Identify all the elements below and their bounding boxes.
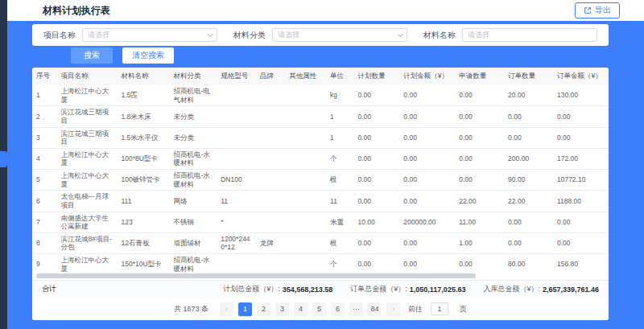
table-cell: 未分类 — [169, 127, 217, 148]
table-cell: 1 — [32, 85, 56, 106]
column-header: 规格型号 — [217, 68, 256, 85]
table-cell: 龙牌 — [256, 232, 286, 253]
summary-item-label: 订单总金额（¥）: — [350, 284, 407, 294]
pagination-ellipsis: ··· — [349, 302, 363, 316]
table-cell: 个 — [326, 148, 353, 169]
table-cell — [217, 148, 256, 169]
table-cell: 0.00 — [354, 254, 400, 273]
table-cell: 1 — [326, 106, 353, 127]
clear-search-button[interactable]: 清空搜索 — [122, 47, 174, 64]
pagination-total: 共 1673 条 — [174, 304, 208, 315]
table-cell: 1.5米水平仪 — [117, 127, 169, 148]
summary-item-value: 2,657,339,761.46 — [543, 286, 599, 294]
filter-label: 材料名称 — [423, 30, 456, 41]
table-cell: 0.00 — [354, 148, 400, 169]
filter-bar: 项目名称请选择材料分类请选择材料名称请选择 — [32, 24, 609, 46]
page-button-2[interactable]: 2 — [257, 302, 270, 316]
horizontal-scrollbar[interactable] — [32, 273, 609, 280]
table-cell: 招商机电-水暖材料 — [169, 148, 217, 169]
prev-page-button[interactable]: ‹ — [220, 302, 233, 316]
table-cell: 22.00 — [455, 191, 504, 212]
column-header: 序号 — [32, 68, 56, 85]
table-cell: 172.00 — [553, 148, 609, 169]
chevron-down-icon — [398, 31, 403, 37]
table-row: 5上海松江中心大厦100镀锌管卡招商机电-水暖材料DN100根0.000.000… — [32, 170, 609, 191]
table-cell — [285, 127, 326, 148]
column-header: 订单数量 — [504, 68, 553, 85]
page-button-6[interactable]: 6 — [331, 302, 345, 316]
table-cell — [217, 106, 256, 127]
table-cell: 0.00 — [504, 127, 553, 148]
table-cell — [256, 85, 286, 106]
table-cell: 0.00 — [553, 127, 609, 148]
table-cell: 0.00 — [455, 127, 504, 148]
page-button-5[interactable]: 5 — [312, 302, 326, 316]
table-cell: 0.00 — [399, 106, 455, 127]
table-cell: 1188.00 — [553, 191, 609, 212]
table-cell: 1 — [326, 127, 353, 148]
table-row: 1上海松江中心大厦1.5匹招商机电-电气材料kg0.000.000.0020.0… — [32, 85, 609, 106]
table-cell: 0.00 — [354, 85, 400, 106]
sidebar-expand-handle[interactable] — [0, 151, 7, 167]
placeholder-text: 请选择 — [88, 30, 109, 40]
page-button-1[interactable]: 1 — [238, 302, 252, 316]
table-cell: 米重 — [326, 212, 353, 232]
export-icon — [584, 6, 592, 14]
column-header: 计划数量 — [354, 68, 400, 85]
table-cell — [256, 148, 286, 169]
page-button-84[interactable]: 84 — [368, 302, 382, 316]
page-buttons: 123456···84 — [238, 302, 382, 316]
table-cell: 0.00 — [504, 212, 553, 232]
filter-label: 项目名称 — [43, 30, 76, 41]
page-title: 材料计划执行表 — [43, 4, 110, 18]
table-cell — [285, 85, 326, 106]
scrollbar-thumb[interactable] — [36, 273, 476, 278]
table-cell: 11 — [217, 191, 256, 212]
table-cell: 0.00 — [399, 170, 455, 191]
table-cell: 0.00 — [455, 170, 504, 191]
table-cell: 90.00 — [504, 170, 553, 191]
table-cell: 滨江花城三期项目 — [56, 106, 117, 127]
filter-group: 材料名称请选择 — [423, 28, 597, 42]
column-header: 材料分类 — [169, 68, 217, 85]
table-cell: 0.00 — [455, 85, 504, 106]
table-cell: 200000.00 — [399, 212, 455, 232]
table-cell — [256, 212, 286, 232]
table-cell: 1.00 — [455, 232, 504, 253]
table-cell: 0.00 — [354, 106, 400, 127]
next-page-button[interactable]: › — [386, 302, 400, 316]
column-header: 项目名称 — [56, 68, 117, 85]
table-cell: 3 — [32, 127, 56, 148]
table-cell: 不锈钢 — [169, 212, 217, 232]
goto-label-suffix: 页 — [460, 304, 467, 315]
table-cell: 0.00 — [354, 191, 400, 212]
page-button-3[interactable]: 3 — [275, 302, 289, 316]
table-cell: 0.00 — [553, 212, 609, 232]
table-cell — [285, 170, 326, 191]
summary-item: 计划总金额（¥）:354,568,213.58 — [223, 284, 332, 294]
table-cell: 上海松江中心大厦 — [56, 85, 117, 106]
goto-page-input[interactable] — [431, 302, 448, 315]
table-cell: 10.00 — [354, 212, 400, 232]
table-cell: 4 — [32, 148, 56, 169]
table-cell: 0.00 — [455, 106, 504, 127]
table-cell: 200.00 — [504, 148, 553, 169]
page-button-4[interactable]: 4 — [294, 302, 308, 316]
table-container: 序号项目名称材料名称材料分类规格型号品牌其他属性单位计划数量计划金额（¥）申请数… — [32, 68, 609, 273]
filter-text-input[interactable]: 请选择 — [462, 28, 597, 42]
table-cell: 156.80 — [553, 254, 609, 273]
table-cell — [256, 106, 286, 127]
table-cell: kg — [326, 85, 353, 106]
table-cell: 123 — [117, 212, 169, 232]
table-cell: 0.00 — [354, 232, 400, 253]
filter-select[interactable]: 请选择 — [82, 28, 217, 42]
export-button[interactable]: 导出 — [575, 2, 620, 19]
search-button[interactable]: 搜索 — [71, 47, 113, 64]
table-cell: 招商机电-水暖材料 — [169, 254, 217, 273]
table-cell: 12石膏板 — [117, 232, 169, 253]
column-header: 其他属性 — [285, 68, 326, 85]
table-cell: 5 — [32, 170, 56, 191]
table-cell: 太仓电梯—月球项目 — [56, 191, 117, 212]
table-cell: 0.00 — [504, 106, 553, 127]
filter-select[interactable]: 请选择 — [272, 28, 407, 42]
